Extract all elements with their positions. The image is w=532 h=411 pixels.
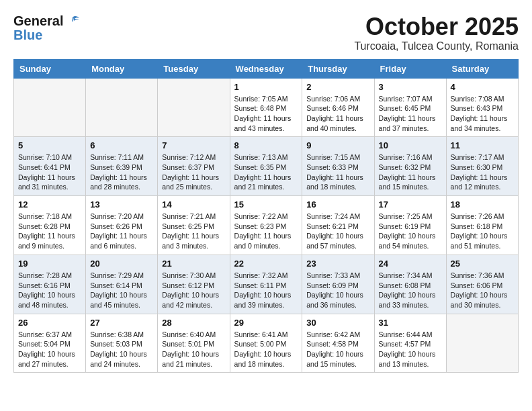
calendar-week-row: 1Sunrise: 7:05 AM Sunset: 6:48 PM Daylig… (14, 78, 519, 137)
calendar-cell: 15Sunrise: 7:22 AM Sunset: 6:23 PM Dayli… (230, 196, 302, 255)
day-number: 7 (162, 140, 225, 150)
day-info: Sunrise: 7:33 AM Sunset: 6:09 PM Dayligh… (306, 271, 369, 310)
header-cell-tuesday: Tuesday (158, 59, 230, 78)
day-info: Sunrise: 7:10 AM Sunset: 6:41 PM Dayligh… (18, 152, 81, 192)
day-info: Sunrise: 7:20 AM Sunset: 6:26 PM Dayligh… (90, 212, 153, 251)
day-number: 27 (90, 318, 153, 328)
calendar-cell: 24Sunrise: 7:34 AM Sunset: 6:08 PM Dayli… (374, 255, 446, 314)
calendar-cell: 26Sunrise: 6:37 AM Sunset: 5:04 PM Dayli… (14, 314, 86, 373)
day-number: 20 (90, 259, 153, 269)
calendar-cell: 17Sunrise: 7:25 AM Sunset: 6:19 PM Dayli… (374, 196, 446, 255)
day-number: 30 (306, 318, 369, 328)
calendar-cell (446, 314, 518, 373)
logo-general-text: General (13, 13, 63, 29)
calendar-cell: 12Sunrise: 7:18 AM Sunset: 6:28 PM Dayli… (14, 196, 86, 255)
day-info: Sunrise: 6:38 AM Sunset: 5:03 PM Dayligh… (90, 330, 153, 369)
calendar-cell: 29Sunrise: 6:41 AM Sunset: 5:00 PM Dayli… (230, 314, 302, 373)
day-number: 31 (379, 318, 442, 328)
calendar-cell: 6Sunrise: 7:11 AM Sunset: 6:39 PM Daylig… (86, 137, 158, 196)
day-info: Sunrise: 7:34 AM Sunset: 6:08 PM Dayligh… (379, 271, 442, 310)
calendar-cell: 30Sunrise: 6:42 AM Sunset: 4:58 PM Dayli… (302, 314, 374, 373)
header-cell-friday: Friday (374, 59, 446, 78)
day-info: Sunrise: 7:36 AM Sunset: 6:06 PM Dayligh… (451, 271, 514, 310)
day-info: Sunrise: 7:28 AM Sunset: 6:16 PM Dayligh… (18, 271, 81, 310)
day-info: Sunrise: 7:26 AM Sunset: 6:18 PM Dayligh… (451, 212, 514, 251)
calendar-week-row: 12Sunrise: 7:18 AM Sunset: 6:28 PM Dayli… (14, 196, 519, 255)
day-info: Sunrise: 7:17 AM Sunset: 6:30 PM Dayligh… (451, 152, 514, 192)
calendar-cell: 14Sunrise: 7:21 AM Sunset: 6:25 PM Dayli… (158, 196, 230, 255)
day-number: 26 (18, 318, 81, 328)
calendar-week-row: 19Sunrise: 7:28 AM Sunset: 6:16 PM Dayli… (14, 255, 519, 314)
logo: General Blue (13, 13, 81, 43)
day-info: Sunrise: 7:08 AM Sunset: 6:43 PM Dayligh… (451, 94, 514, 134)
calendar-cell (86, 78, 158, 137)
day-info: Sunrise: 7:05 AM Sunset: 6:48 PM Dayligh… (234, 94, 298, 134)
day-number: 28 (162, 318, 225, 328)
calendar-cell: 5Sunrise: 7:10 AM Sunset: 6:41 PM Daylig… (14, 137, 86, 196)
logo-bird-icon (66, 15, 81, 28)
day-info: Sunrise: 6:37 AM Sunset: 5:04 PM Dayligh… (18, 330, 81, 369)
calendar-cell: 4Sunrise: 7:08 AM Sunset: 6:43 PM Daylig… (446, 78, 518, 137)
calendar-cell: 28Sunrise: 6:40 AM Sunset: 5:01 PM Dayli… (158, 314, 230, 373)
day-number: 11 (451, 140, 514, 150)
calendar-cell: 31Sunrise: 6:44 AM Sunset: 4:57 PM Dayli… (374, 314, 446, 373)
day-number: 17 (379, 199, 442, 210)
day-number: 1 (234, 82, 298, 92)
day-number: 24 (379, 259, 442, 269)
logo-blue-text: Blue (13, 28, 42, 43)
day-info: Sunrise: 7:16 AM Sunset: 6:32 PM Dayligh… (379, 152, 442, 192)
day-info: Sunrise: 7:12 AM Sunset: 6:37 PM Dayligh… (162, 152, 225, 192)
day-info: Sunrise: 7:21 AM Sunset: 6:25 PM Dayligh… (162, 212, 225, 251)
day-number: 19 (18, 259, 81, 269)
day-number: 15 (234, 199, 298, 210)
calendar-cell: 13Sunrise: 7:20 AM Sunset: 6:26 PM Dayli… (86, 196, 158, 255)
calendar-cell: 2Sunrise: 7:06 AM Sunset: 6:46 PM Daylig… (302, 78, 374, 137)
day-info: Sunrise: 7:11 AM Sunset: 6:39 PM Dayligh… (90, 152, 153, 192)
day-info: Sunrise: 7:24 AM Sunset: 6:21 PM Dayligh… (306, 212, 369, 251)
calendar-cell: 3Sunrise: 7:07 AM Sunset: 6:45 PM Daylig… (374, 78, 446, 137)
day-number: 14 (162, 199, 225, 210)
header-cell-monday: Monday (86, 59, 158, 78)
calendar-cell: 1Sunrise: 7:05 AM Sunset: 6:48 PM Daylig… (230, 78, 302, 137)
day-number: 25 (451, 259, 514, 269)
calendar-table: SundayMondayTuesdayWednesdayThursdayFrid… (13, 59, 519, 373)
day-number: 8 (234, 140, 298, 150)
day-number: 29 (234, 318, 298, 328)
day-info: Sunrise: 6:42 AM Sunset: 4:58 PM Dayligh… (306, 330, 369, 369)
calendar-cell: 7Sunrise: 7:12 AM Sunset: 6:37 PM Daylig… (158, 137, 230, 196)
day-number: 21 (162, 259, 225, 269)
calendar-cell: 19Sunrise: 7:28 AM Sunset: 6:16 PM Dayli… (14, 255, 86, 314)
calendar-cell: 27Sunrise: 6:38 AM Sunset: 5:03 PM Dayli… (86, 314, 158, 373)
day-number: 3 (379, 82, 442, 92)
calendar-cell: 8Sunrise: 7:13 AM Sunset: 6:35 PM Daylig… (230, 137, 302, 196)
calendar-cell (14, 78, 86, 137)
day-info: Sunrise: 7:30 AM Sunset: 6:12 PM Dayligh… (162, 271, 225, 310)
calendar-header-row: SundayMondayTuesdayWednesdayThursdayFrid… (14, 59, 519, 78)
calendar-cell: 22Sunrise: 7:32 AM Sunset: 6:11 PM Dayli… (230, 255, 302, 314)
calendar-cell: 21Sunrise: 7:30 AM Sunset: 6:12 PM Dayli… (158, 255, 230, 314)
day-number: 16 (306, 199, 369, 210)
day-number: 4 (451, 82, 514, 92)
calendar-week-row: 5Sunrise: 7:10 AM Sunset: 6:41 PM Daylig… (14, 137, 519, 196)
header-cell-wednesday: Wednesday (230, 59, 302, 78)
calendar-week-row: 26Sunrise: 6:37 AM Sunset: 5:04 PM Dayli… (14, 314, 519, 373)
day-number: 23 (306, 259, 369, 269)
day-info: Sunrise: 7:25 AM Sunset: 6:19 PM Dayligh… (379, 212, 442, 251)
day-info: Sunrise: 7:06 AM Sunset: 6:46 PM Dayligh… (306, 94, 369, 134)
calendar-cell: 11Sunrise: 7:17 AM Sunset: 6:30 PM Dayli… (446, 137, 518, 196)
day-info: Sunrise: 6:41 AM Sunset: 5:00 PM Dayligh… (234, 330, 298, 369)
day-info: Sunrise: 7:13 AM Sunset: 6:35 PM Dayligh… (234, 152, 298, 192)
day-info: Sunrise: 7:07 AM Sunset: 6:45 PM Dayligh… (379, 94, 442, 134)
day-info: Sunrise: 6:44 AM Sunset: 4:57 PM Dayligh… (379, 330, 442, 369)
header-cell-sunday: Sunday (14, 59, 86, 78)
calendar-cell: 25Sunrise: 7:36 AM Sunset: 6:06 PM Dayli… (446, 255, 518, 314)
calendar-cell: 18Sunrise: 7:26 AM Sunset: 6:18 PM Dayli… (446, 196, 518, 255)
calendar-cell (158, 78, 230, 137)
calendar-cell: 9Sunrise: 7:15 AM Sunset: 6:33 PM Daylig… (302, 137, 374, 196)
day-info: Sunrise: 7:29 AM Sunset: 6:14 PM Dayligh… (90, 271, 153, 310)
day-info: Sunrise: 7:32 AM Sunset: 6:11 PM Dayligh… (234, 271, 298, 310)
day-number: 2 (306, 82, 369, 92)
calendar-cell: 20Sunrise: 7:29 AM Sunset: 6:14 PM Dayli… (86, 255, 158, 314)
title-block: October 2025 Turcoaia, Tulcea County, Ro… (354, 13, 519, 52)
day-number: 22 (234, 259, 298, 269)
